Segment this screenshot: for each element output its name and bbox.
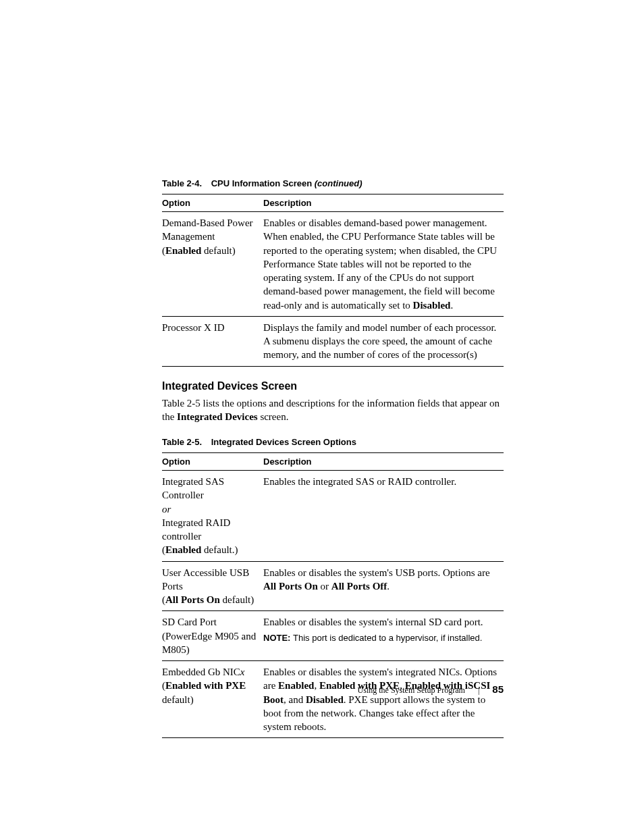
table-row: Embedded Gb NICx (Enabled with PXE defau…	[162, 661, 504, 738]
opt-text: SD Card Port	[162, 617, 217, 627]
desc-b4: Disabled	[306, 694, 344, 705]
opt-bold: Enabled with PXE	[165, 680, 246, 691]
table-row: Demand-Based Power Management (Enabled d…	[162, 212, 504, 317]
table-caption-1: Table 2-4. CPU Information Screen (conti…	[162, 178, 504, 188]
desc-b1: All Ports On	[263, 581, 318, 592]
opt-cell: Embedded Gb NICx (Enabled with PXE defau…	[162, 661, 263, 738]
th-desc-2: Description	[263, 453, 504, 471]
desc-text: Displays the family and model number of …	[263, 322, 496, 361]
desc-text: Enables or disables demand-based power m…	[263, 217, 497, 311]
th-option-2: Option	[162, 453, 263, 471]
desc-cell: Enables or disables the system's USB por…	[263, 561, 504, 611]
opt-text: Embedded Gb NIC	[162, 667, 240, 677]
note-label: NOTE:	[263, 633, 293, 643]
opt-text: Processor X ID	[162, 322, 224, 333]
opt-cell: Demand-Based Power Management (Enabled d…	[162, 212, 263, 317]
note-line: NOTE: This port is dedicated to a hyperv…	[263, 632, 498, 644]
opt-ital: x	[240, 667, 245, 677]
table-row: SD Card Port (PowerEdge M905 and M805) E…	[162, 611, 504, 661]
desc-cell: Enables the integrated SAS or RAID contr…	[263, 471, 504, 562]
note-text: This port is dedicated to a hypervisor, …	[293, 633, 482, 643]
desc-cell: Displays the family and model number of …	[263, 316, 504, 366]
cpu-info-table: Option Description Demand-Based Power Ma…	[162, 194, 504, 367]
desc-post: .	[387, 581, 390, 592]
table-caption-1-title: CPU Information Screen	[211, 178, 315, 188]
desc-b1: Enabled	[278, 680, 314, 691]
table-row: User Accessible USB Ports (All Ports On …	[162, 561, 504, 611]
para-bold: Integrated Devices	[177, 411, 258, 422]
opt-after: default)	[162, 694, 194, 705]
desc-text: Enables or disables the system's USB por…	[263, 567, 490, 578]
table-caption-1-num: Table 2-4.	[162, 178, 202, 188]
opt-after: default)	[220, 594, 254, 605]
opt-text-2: (PowerEdge M905 and M805)	[162, 631, 256, 655]
opt-after: default.)	[201, 544, 238, 555]
desc-cell: Enables or disables the system's interna…	[263, 611, 504, 661]
page-footer: Using the System Setup Program | 85	[358, 683, 504, 696]
footer-separator: |	[478, 685, 479, 695]
opt-or: or	[162, 504, 171, 515]
table-caption-2: Table 2-5. Integrated Devices Screen Opt…	[162, 437, 504, 447]
table-caption-1-suffix: (continued)	[315, 178, 363, 188]
desc-mid1: ,	[314, 680, 319, 691]
opt-text: User Accessible USB Ports	[162, 567, 249, 592]
desc-bold: Disabled	[413, 300, 451, 311]
page-number: 85	[492, 683, 504, 695]
opt-bold: All Ports On	[165, 594, 220, 605]
table-caption-2-title: Integrated Devices Screen Options	[211, 437, 356, 447]
table-caption-2-num: Table 2-5.	[162, 437, 202, 447]
table-row: Processor X ID Displays the family and m…	[162, 316, 504, 366]
opt-cell: SD Card Port (PowerEdge M905 and M805)	[162, 611, 263, 661]
opt-cell: Integrated SAS Controller or Integrated …	[162, 471, 263, 562]
desc-mid3: , and	[284, 694, 306, 705]
opt-cell: Processor X ID	[162, 316, 263, 366]
table-row: Integrated SAS Controller or Integrated …	[162, 471, 504, 562]
section-heading: Integrated Devices Screen	[162, 380, 504, 392]
desc-post: .	[450, 300, 453, 311]
th-option-1: Option	[162, 194, 263, 212]
desc-text: Enables or disables the system's interna…	[263, 615, 498, 629]
footer-section: Using the System Setup Program	[358, 685, 465, 695]
opt-text: Demand-Based Power Management	[162, 217, 253, 242]
para-post: screen.	[258, 411, 289, 422]
opt-bold: Enabled	[165, 245, 201, 256]
desc-text: Enables the integrated SAS or RAID contr…	[263, 476, 456, 487]
th-desc-1: Description	[263, 194, 504, 212]
opt-text-2: Integrated RAID controller	[162, 517, 230, 542]
desc-b2: All Ports Off	[331, 581, 387, 592]
desc-cell: Enables or disables demand-based power m…	[263, 212, 504, 317]
section-paragraph: Table 2-5 lists the options and descript…	[162, 396, 504, 424]
desc-mid1: or	[318, 581, 331, 592]
desc-cell: Enables or disables the system's integra…	[263, 661, 504, 738]
opt-cell: User Accessible USB Ports (All Ports On …	[162, 561, 263, 611]
opt-bold: Enabled	[165, 544, 201, 555]
opt-text: Integrated SAS Controller	[162, 476, 224, 500]
opt-after: default)	[201, 245, 235, 256]
